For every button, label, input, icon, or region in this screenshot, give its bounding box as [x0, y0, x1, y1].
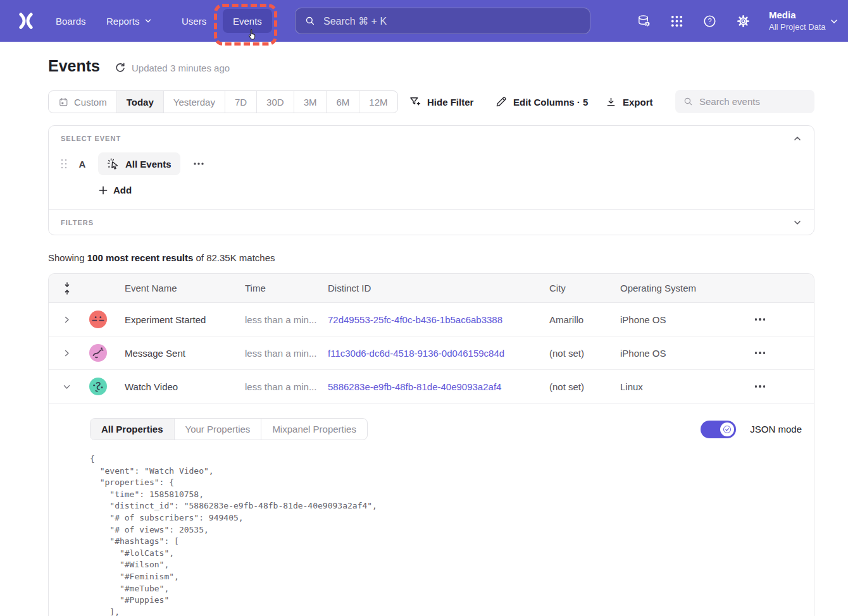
global-search-button[interactable]: Search ⌘ + K: [295, 8, 590, 34]
json-mode-toggle[interactable]: [701, 421, 736, 438]
event-json-viewer[interactable]: { "event": "Watch Video", "properties": …: [90, 453, 814, 616]
apps-grid-icon[interactable]: [670, 14, 684, 28]
events-page: Boards Reports Users Events Search ⌘ + K: [0, 0, 848, 616]
date-12m-button[interactable]: 12M: [359, 91, 397, 113]
top-nav: Boards Reports Users Events Search ⌘ + K: [0, 0, 848, 42]
chevron-up-icon[interactable]: [792, 133, 802, 144]
all-events-label: All Events: [125, 159, 171, 169]
event-detail-panel: All Properties Your Properties Mixpanel …: [49, 418, 814, 616]
avatar-face: [89, 311, 107, 328]
table-header-row: Event Name Time Distinct ID City Operati…: [49, 274, 814, 303]
cell-event-name: Experiment Started: [125, 314, 245, 325]
column-header-event-name[interactable]: Event Name: [125, 283, 245, 293]
chevron-down-icon: [144, 16, 153, 25]
date-yesterday-button[interactable]: Yesterday: [163, 91, 225, 113]
events-search-input[interactable]: [699, 96, 801, 107]
cell-event-name: Message Sent: [125, 348, 245, 359]
query-builder-card: SELECT EVENT A: [48, 125, 814, 235]
tab-your-properties[interactable]: Your Properties: [174, 419, 261, 440]
check-icon: [723, 425, 732, 434]
date-30d-button[interactable]: 30D: [256, 91, 294, 113]
event-avatar: [89, 344, 107, 362]
calendar-icon: [58, 97, 69, 108]
filters-section-label: FILTERS: [61, 219, 94, 226]
collapse-rows-icon[interactable]: [61, 281, 73, 296]
nav-item-users[interactable]: Users: [182, 0, 206, 42]
project-selector[interactable]: Media All Project Data: [769, 9, 826, 33]
cell-time: less than a min...: [245, 381, 328, 392]
cell-city: (not set): [549, 381, 620, 392]
row-collapse-button[interactable]: [59, 379, 74, 394]
row-expand-button[interactable]: [59, 312, 74, 327]
help-icon[interactable]: ?: [702, 14, 717, 28]
nav-item-reports[interactable]: Reports: [106, 0, 153, 42]
row-expand-button[interactable]: [59, 345, 74, 360]
hide-filter-button[interactable]: Hide Filter: [409, 92, 473, 112]
page-title: Events: [48, 57, 100, 75]
settings-gear-icon[interactable]: [736, 14, 751, 28]
cell-city: Amarillo: [549, 314, 620, 325]
add-event-button[interactable]: Add: [98, 185, 132, 195]
pencil-icon: [495, 95, 508, 108]
avatar-face: [89, 344, 107, 362]
data-sources-icon[interactable]: [637, 14, 651, 28]
cell-city: (not set): [549, 348, 620, 359]
row-more-options-button[interactable]: [755, 380, 771, 393]
cursor-sparkle-icon: [107, 157, 120, 170]
column-header-city[interactable]: City: [549, 283, 620, 293]
table-row[interactable]: Experiment Started less than a min... 72…: [49, 303, 814, 336]
tab-mixpanel-properties[interactable]: Mixpanel Properties: [261, 419, 367, 440]
global-search-placeholder: Search ⌘ + K: [323, 15, 387, 27]
event-row-letter: A: [78, 159, 87, 169]
date-6m-button[interactable]: 6M: [326, 91, 359, 113]
funnel-plus-icon: [409, 95, 421, 108]
svg-text:?: ?: [708, 17, 711, 25]
column-header-time[interactable]: Time: [245, 283, 328, 293]
cell-os: iPhone OS: [620, 314, 751, 325]
table-row[interactable]: Message Sent less than a min... f11c30d6…: [49, 336, 814, 370]
add-event-label: Add: [113, 185, 132, 195]
export-button[interactable]: Export: [605, 92, 653, 112]
cell-distinct-id-link[interactable]: 5886283e-e9fb-48fb-81de-40e9093a2af4: [328, 381, 549, 392]
column-header-distinct-id[interactable]: Distinct ID: [328, 283, 549, 293]
export-label: Export: [623, 97, 653, 108]
cell-distinct-id-link[interactable]: f11c30d6-dc6d-4518-9136-0d046159c84d: [328, 348, 549, 359]
edit-columns-label: Edit Columns · 5: [513, 97, 588, 108]
json-mode-label: JSON mode: [750, 424, 802, 434]
chevron-down-icon[interactable]: [792, 218, 802, 228]
drag-handle-icon[interactable]: [59, 157, 68, 170]
chevron-down-icon: [829, 16, 839, 27]
results-summary: Showing 100 most recent results of 82.35…: [48, 252, 275, 263]
all-events-selector[interactable]: All Events: [98, 152, 180, 175]
nav-item-boards[interactable]: Boards: [56, 0, 86, 42]
nav-item-events[interactable]: Events: [223, 9, 272, 33]
date-3m-button[interactable]: 3M: [294, 91, 327, 113]
cell-distinct-id-link[interactable]: 72d49553-25fc-4f0c-b436-1b5ac6ab3388: [328, 314, 549, 325]
mixpanel-logo-icon[interactable]: [18, 13, 34, 29]
plus-icon: [98, 185, 108, 195]
column-header-os[interactable]: Operating System: [620, 283, 751, 293]
chevron-right-icon: [62, 315, 72, 324]
date-custom-button[interactable]: Custom: [49, 91, 116, 113]
edit-columns-button[interactable]: Edit Columns · 5: [495, 92, 588, 112]
row-more-options-button[interactable]: [755, 347, 771, 359]
table-row-expanded[interactable]: Watch Video less than a min... 5886283e-…: [49, 370, 814, 403]
tab-all-properties[interactable]: All Properties: [90, 419, 174, 440]
date-7d-button[interactable]: 7D: [225, 91, 256, 113]
chevron-right-icon: [62, 348, 72, 358]
date-today-button[interactable]: Today: [116, 91, 163, 113]
project-scope: All Project Data: [769, 22, 826, 33]
refresh-icon[interactable]: [114, 61, 127, 74]
search-icon: [683, 96, 694, 107]
date-range-control: Custom Today Yesterday 7D 30D 3M 6M 12M: [48, 90, 398, 113]
properties-tabs: All Properties Your Properties Mixpanel …: [90, 418, 368, 440]
event-more-options-button[interactable]: [191, 156, 206, 171]
nav-item-reports-label: Reports: [106, 16, 140, 27]
date-custom-label: Custom: [74, 97, 107, 108]
results-summary-count: 100 most recent results: [87, 252, 194, 263]
row-more-options-button[interactable]: [755, 313, 771, 326]
card-divider: [49, 209, 814, 210]
cell-time: less than a min...: [245, 314, 328, 325]
avatar-face: [89, 378, 107, 395]
toggle-knob: [720, 422, 734, 436]
